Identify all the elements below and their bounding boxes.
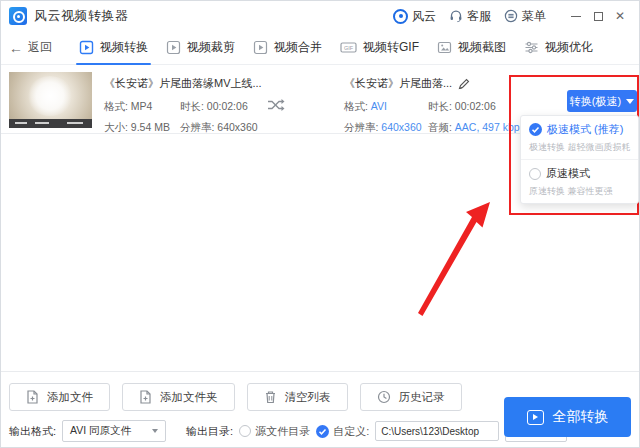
source-size: 大小: 9.54 MB	[104, 121, 180, 135]
add-folder-icon	[139, 390, 152, 404]
output-title: 《长安诺》片尾曲落...	[344, 76, 452, 91]
custom-dir-radio[interactable]: 自定义:	[316, 424, 369, 439]
trash-icon	[264, 390, 277, 404]
maximize-button[interactable]	[587, 5, 609, 27]
option-fast-mode[interactable]: 极速模式 (推荐) 极速转换 超轻微画质损耗	[521, 116, 638, 159]
app-title: 风云视频转换器	[34, 7, 129, 25]
svg-text:GIF: GIF	[344, 45, 354, 51]
tab-video-crop[interactable]: 视频裁剪	[157, 31, 244, 65]
tab-video-optimize[interactable]: 视频优化	[515, 31, 602, 65]
tab-video-merge[interactable]: 视频合并	[244, 31, 331, 65]
source-resolution: 分辨率: 640x360	[180, 121, 276, 135]
tab-video-to-gif[interactable]: GIF 视频转GIF	[331, 31, 428, 65]
convert-direction-icon	[267, 98, 285, 112]
tab-video-convert[interactable]: 视频转换	[70, 31, 157, 65]
brand-label: 风云	[412, 8, 436, 25]
speed-mode-dropdown: 极速模式 (推荐) 极速转换 超轻微画质损耗 原速模式 原速转换 兼容性更强	[520, 115, 639, 204]
app-logo-icon	[9, 7, 27, 25]
check-circle-icon	[529, 123, 542, 136]
menu-label: 菜单	[522, 8, 546, 25]
thumbnail-subtitle-bar	[9, 119, 92, 128]
source-format: 格式: MP4	[104, 100, 180, 114]
output-duration: 时长: 00:02:06	[428, 100, 537, 114]
chevron-down-icon	[626, 99, 634, 104]
video-crop-icon	[166, 40, 181, 55]
output-info: 《长安诺》片尾曲落... 格式: AVI 时长: 00:02:06 分辨率: 6…	[344, 76, 514, 135]
support-button[interactable]: 客服	[445, 6, 495, 27]
chevron-down-icon	[152, 429, 158, 433]
source-dir-radio[interactable]: 源文件目录	[239, 424, 310, 439]
option-original-mode[interactable]: 原速模式 原速转换 兼容性更强	[521, 159, 638, 203]
option-desc: 极速转换 超轻微画质损耗	[529, 141, 630, 154]
play-icon	[527, 410, 544, 425]
video-convert-icon	[79, 40, 94, 55]
convert-speed-label: 转换(极速)	[570, 94, 621, 109]
source-info: 《长安诺》片尾曲落缘MV上线... 格式: MP4 时长: 00:02:06 大…	[104, 76, 276, 135]
tab-video-screenshot[interactable]: 视频截图	[428, 31, 515, 65]
radio-unchecked-icon	[529, 168, 541, 180]
menu-icon	[504, 9, 518, 23]
brand-button[interactable]: 风云	[389, 6, 440, 27]
video-gif-icon: GIF	[340, 40, 357, 55]
brand-icon	[393, 9, 408, 24]
tab-label: 视频优化	[545, 39, 593, 56]
close-button[interactable]: ✕	[609, 5, 631, 27]
video-merge-icon	[253, 40, 268, 55]
tab-label: 视频合并	[274, 39, 322, 56]
app-window: 风云视频转换器 风云 客服 菜单 ✕ ← 返回	[0, 0, 640, 448]
clear-list-button[interactable]: 清空列表	[247, 383, 348, 411]
menu-button[interactable]: 菜单	[500, 6, 550, 27]
output-resolution[interactable]: 分辨率: 640x360	[344, 121, 428, 135]
back-arrow-icon: ←	[9, 40, 23, 56]
convert-speed-button[interactable]: 转换(极速)	[567, 90, 637, 112]
source-title: 《长安诺》片尾曲落缘MV上线...	[104, 76, 276, 91]
history-button[interactable]: 历史记录	[360, 383, 462, 411]
clock-icon	[377, 390, 391, 404]
custom-path-input[interactable]	[375, 421, 499, 441]
video-optimize-icon	[524, 40, 539, 55]
convert-all-button[interactable]: 全部转换	[504, 397, 631, 437]
video-screenshot-icon	[437, 40, 452, 55]
option-desc: 原速转换 兼容性更强	[529, 185, 630, 198]
headset-icon	[449, 9, 463, 23]
add-file-button[interactable]: 添加文件	[9, 383, 110, 411]
support-label: 客服	[467, 8, 491, 25]
tab-label: 视频截图	[458, 39, 506, 56]
option-label: 极速模式 (推荐)	[547, 122, 623, 137]
tabbar: ← 返回 视频转换 视频裁剪 视频合并 GIF 视频转GIF 视频截图 视频优化	[1, 31, 639, 65]
source-duration: 时长: 00:02:06	[180, 100, 276, 114]
add-file-icon	[26, 390, 39, 404]
output-format[interactable]: 格式: AVI	[344, 100, 428, 114]
tab-label: 视频转GIF	[363, 39, 419, 56]
back-label: 返回	[28, 39, 52, 56]
radio-checked-icon	[316, 425, 329, 438]
add-folder-button[interactable]: 添加文件夹	[122, 383, 235, 411]
output-dir-label: 输出目录:	[186, 424, 233, 439]
tab-label: 视频裁剪	[187, 39, 235, 56]
tab-label: 视频转换	[100, 39, 148, 56]
bottom-toolbar: 添加文件 添加文件夹 清空列表 历史记录 输出格式: AVI 同原文件 输出目	[1, 371, 639, 447]
back-button[interactable]: ← 返回	[9, 39, 52, 56]
output-format-select[interactable]: AVI 同原文件	[62, 420, 166, 442]
radio-unchecked-icon	[239, 425, 251, 437]
minimize-button[interactable]	[565, 5, 587, 27]
video-thumbnail	[9, 72, 92, 128]
option-label: 原速模式	[546, 166, 590, 181]
output-format-label: 输出格式:	[9, 424, 56, 439]
titlebar: 风云视频转换器 风云 客服 菜单 ✕	[1, 1, 639, 31]
edit-title-icon[interactable]	[458, 78, 470, 90]
